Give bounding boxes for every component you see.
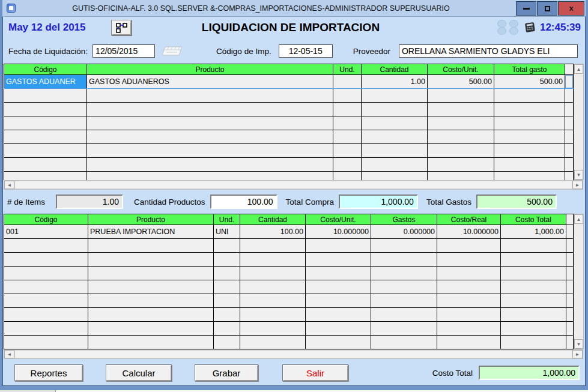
grid-cell[interactable] [4,239,88,253]
grid-cell[interactable] [501,267,566,280]
fecha-input[interactable] [92,44,155,58]
grid-cell[interactable] [362,158,428,172]
grid-cell[interactable] [428,130,494,144]
grid-cell[interactable] [306,267,371,280]
grid-cell[interactable] [240,322,306,336]
grid-cell[interactable] [240,308,306,322]
grid-cell[interactable] [501,294,566,308]
grid-cell[interactable] [566,239,574,253]
grid-cell[interactable] [87,103,333,116]
grid-cell[interactable] [565,130,574,144]
grid-cell[interactable] [88,267,214,280]
grid-cell[interactable] [566,308,574,322]
grid-cell[interactable]: 1.00 [362,75,428,89]
grid-cell[interactable] [4,308,88,322]
grid-cell[interactable] [566,349,574,350]
grid-cell[interactable] [437,336,501,349]
grid-cell[interactable] [4,89,87,103]
grid-cell[interactable] [4,144,87,158]
grid-cell[interactable] [214,349,240,350]
grid-cell[interactable] [566,253,574,267]
grid-cell[interactable] [565,172,574,181]
grid-cell[interactable] [306,322,371,336]
grid-cell[interactable] [362,116,428,130]
grid-cell[interactable] [88,253,214,267]
grid-cell[interactable] [333,158,362,172]
grid-cell[interactable] [333,89,362,103]
grid-cell[interactable] [87,89,333,103]
grid-cell[interactable] [501,322,566,336]
grid-cell[interactable] [371,336,437,349]
grid-cell[interactable] [362,144,428,158]
grid-cell[interactable] [494,89,565,103]
grid-cell[interactable] [501,349,566,350]
keyboard-icon[interactable] [159,44,181,58]
grid-cell[interactable]: 500.00 [428,75,494,89]
grid-cell[interactable]: 500.00 [494,75,565,89]
grid-cell[interactable] [306,280,371,294]
grid-cell[interactable]: PRUEBA IMPORTACION [88,225,214,239]
grid-cell[interactable] [306,308,371,322]
grid-cell[interactable] [437,349,501,350]
grid-cell[interactable] [428,144,494,158]
grid-cell[interactable] [494,172,565,181]
grid-cell[interactable] [362,103,428,116]
grid-cell[interactable] [87,158,333,172]
grid-cell[interactable] [565,75,574,89]
grid-cell[interactable] [4,253,88,267]
grid-cell[interactable] [333,144,362,158]
grid-cell[interactable]: 0.000000 [371,225,437,239]
maximize-button[interactable] [537,1,557,16]
grid-cell[interactable] [4,336,88,349]
grid-cell[interactable] [565,144,574,158]
scroll-up-icon[interactable]: ▲ [574,64,583,74]
grid-cell[interactable] [428,116,494,130]
grid-cell[interactable] [494,158,565,172]
grid-cell[interactable] [333,103,362,116]
grid-cell[interactable] [214,336,240,349]
scrollbar-thumb[interactable] [14,181,572,189]
grid-cell[interactable] [494,103,565,116]
close-button[interactable]: x [558,1,584,16]
grabar-button[interactable]: Grabar [195,364,258,381]
grid-cell[interactable] [333,75,362,89]
grid-cell[interactable] [240,239,306,253]
grid-cell[interactable] [4,130,87,144]
grid-cell[interactable] [333,172,362,181]
grid-cell[interactable] [494,130,565,144]
grid-cell[interactable] [428,158,494,172]
gastos-horizontal-scrollbar[interactable]: ◄ ► [4,180,583,190]
grid-cell[interactable] [437,267,501,280]
grid-cell[interactable] [87,144,333,158]
scroll-right-icon[interactable]: ► [572,181,583,189]
grid-cell[interactable] [4,294,88,308]
grid-cell[interactable] [494,116,565,130]
grid-cell[interactable] [371,239,437,253]
grid-cell[interactable] [501,308,566,322]
grid-cell[interactable] [214,280,240,294]
grid-cell[interactable] [4,267,88,280]
grid-cell[interactable]: 001 [4,225,88,239]
scroll-right-icon[interactable]: ► [572,350,583,358]
grid-cell[interactable] [371,308,437,322]
scrollbar-thumb[interactable] [14,350,572,358]
grid-cell[interactable] [437,294,501,308]
grid-cell[interactable] [4,158,87,172]
grid-cell[interactable] [362,172,428,181]
grid-cell[interactable] [240,267,306,280]
grid-cell[interactable] [437,253,501,267]
grid-cell[interactable] [4,280,88,294]
grid-cell[interactable]: UNI [214,225,240,239]
grid-cell[interactable] [4,349,88,350]
grid-cell[interactable] [566,280,574,294]
grid-cell[interactable]: 100.00 [240,225,306,239]
grid-cell[interactable] [371,253,437,267]
grid-cell[interactable] [566,294,574,308]
reportes-button[interactable]: Reportes [14,364,83,381]
grid-cell[interactable] [87,172,333,181]
scroll-left-icon[interactable]: ◄ [4,181,14,189]
grid-cell[interactable] [4,116,87,130]
proveedor-input[interactable] [399,44,578,58]
grid-cell[interactable] [566,336,574,349]
grid-cell[interactable] [306,294,371,308]
